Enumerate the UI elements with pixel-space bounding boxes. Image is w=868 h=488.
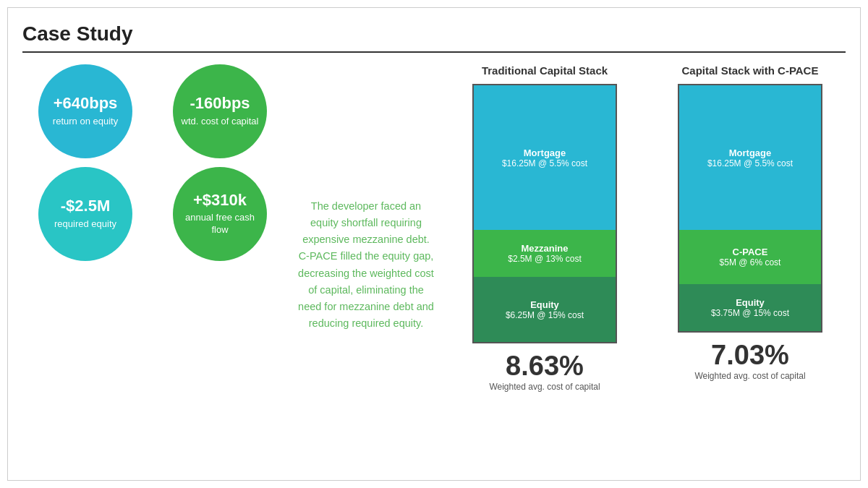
- circles-grid: +640bps return on equity -160bps wtd. co…: [22, 64, 283, 261]
- circle-value-2: -$2.5M: [61, 197, 110, 215]
- circle-label-1: wtd. cost of capital: [182, 116, 259, 128]
- cpace-chart-title: Capital Stack with C-PACE: [682, 64, 819, 77]
- traditional-equity-label: Equity: [530, 299, 559, 310]
- circle-return-on-equity: +640bps return on equity: [38, 64, 132, 158]
- description-text: The developer faced an equity shortfall …: [297, 198, 435, 333]
- cpace-equity-value: $3.75M @ 15% cost: [711, 308, 789, 318]
- circle-label-0: return on equity: [53, 116, 118, 128]
- traditional-mezzanine-value: $2.5M @ 13% cost: [508, 254, 582, 264]
- left-section: +640bps return on equity -160bps wtd. co…: [22, 64, 283, 466]
- cpace-mortgage-label: Mortgage: [729, 147, 772, 158]
- cpace-pct-label: Weighted avg. cost of capital: [694, 371, 805, 381]
- traditional-mezzanine-segment: Mezzanine $2.5M @ 13% cost: [474, 230, 616, 277]
- cpace-cpace-segment: C-PACE $5M @ 6% cost: [679, 230, 821, 284]
- cpace-chart-footer: 7.03% Weighted avg. cost of capital: [694, 340, 805, 381]
- traditional-pct-label: Weighted avg. cost of capital: [489, 382, 600, 392]
- cpace-mortgage-segment: Mortgage $16.25M @ 5.5% cost: [679, 85, 821, 230]
- middle-section: The developer faced an equity shortfall …: [290, 64, 442, 466]
- case-study-container: Case Study +640bps return on equity -160…: [7, 7, 861, 481]
- circle-value-3: +$310k: [193, 192, 247, 209]
- cpace-equity-segment: Equity $3.75M @ 15% cost: [679, 284, 821, 331]
- traditional-pct: 8.63%: [489, 351, 600, 382]
- traditional-mortgage-label: Mortgage: [524, 147, 566, 158]
- page-title: Case Study: [22, 22, 846, 53]
- traditional-mortgage-value: $16.25M @ 5.5% cost: [502, 158, 587, 168]
- circle-value-0: +640bps: [54, 95, 118, 112]
- cpace-pct: 7.03%: [694, 340, 805, 371]
- traditional-capital-stack: Traditional Capital Stack Mortgage $16.2…: [449, 64, 640, 392]
- circle-annual-cashflow: +$310k annual free cash flow: [173, 167, 267, 261]
- charts-section: Traditional Capital Stack Mortgage $16.2…: [449, 64, 846, 466]
- traditional-chart-title: Traditional Capital Stack: [482, 64, 608, 77]
- circle-wtd-cost: -160bps wtd. cost of capital: [173, 64, 267, 158]
- traditional-mezzanine-label: Mezzanine: [521, 243, 568, 254]
- cpace-cpace-value: $5M @ 6% cost: [720, 257, 781, 267]
- traditional-equity-segment: Equity $6.25M @ 15% cost: [474, 277, 616, 342]
- circle-required-equity: -$2.5M required equity: [38, 167, 132, 261]
- circle-label-2: required equity: [54, 218, 116, 231]
- cpace-capital-stack: Capital Stack with C-PACE Mortgage $16.2…: [655, 64, 846, 381]
- cpace-mortgage-value: $16.25M @ 5.5% cost: [707, 158, 793, 168]
- cpace-equity-label: Equity: [736, 297, 765, 308]
- traditional-equity-value: $6.25M @ 15% cost: [506, 310, 584, 320]
- traditional-bar-container: Mortgage $16.25M @ 5.5% cost Mezzanine $…: [472, 84, 617, 343]
- content-row: +640bps return on equity -160bps wtd. co…: [22, 64, 846, 466]
- traditional-mortgage-segment: Mortgage $16.25M @ 5.5% cost: [474, 85, 616, 230]
- cpace-bar-container: Mortgage $16.25M @ 5.5% cost C-PACE $5M …: [678, 84, 822, 333]
- cpace-cpace-label: C-PACE: [733, 247, 768, 257]
- circle-value-1: -160bps: [190, 95, 250, 112]
- traditional-chart-footer: 8.63% Weighted avg. cost of capital: [489, 351, 600, 392]
- circle-label-3: annual free cash flow: [180, 212, 260, 236]
